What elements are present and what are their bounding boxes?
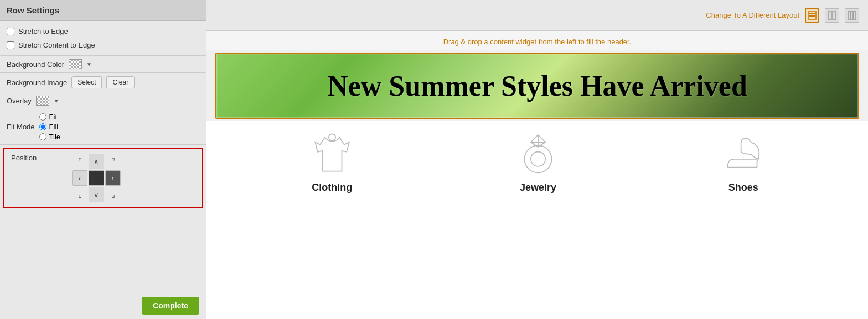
- layout-three-col[interactable]: [845, 8, 859, 23]
- overlay-dropdown[interactable]: ▼: [54, 98, 59, 104]
- category-jewelry[interactable]: Jewelry: [519, 132, 557, 194]
- bg-color-row: Background Color ▼: [0, 55, 206, 73]
- fit-radio[interactable]: [39, 113, 46, 121]
- panel-title: Row Settings: [0, 0, 206, 21]
- svg-rect-1: [809, 13, 815, 14]
- pos-bottom-left[interactable]: ⌞: [72, 187, 87, 202]
- pos-center[interactable]: [89, 170, 104, 186]
- svg-rect-8: [854, 12, 856, 19]
- position-label: Position: [11, 154, 42, 162]
- svg-point-9: [329, 134, 335, 140]
- tile-label: Tile: [49, 133, 60, 141]
- svg-rect-5: [833, 12, 836, 19]
- tile-radio[interactable]: [39, 133, 46, 140]
- stretch-content-label: Stretch Content to Edge: [18, 41, 95, 49]
- change-layout-label: Change To A Different Layout: [706, 11, 799, 19]
- layout-single-col[interactable]: [805, 8, 819, 23]
- jewelry-icon: [519, 132, 557, 176]
- pos-left[interactable]: ‹: [72, 170, 87, 186]
- fit-option-row: Fit: [39, 113, 60, 121]
- svg-point-11: [531, 152, 545, 166]
- banner-text: New Summer Styles Have Arrived: [327, 70, 747, 102]
- position-grid: ⌜ ∧ ⌝ ‹ › ⌞ ∨ ⌟: [72, 154, 122, 202]
- drag-drop-hint: Drag & drop a content widget from the le…: [206, 31, 868, 50]
- complete-btn-row: Complete: [0, 292, 206, 319]
- tile-option-row: Tile: [39, 133, 60, 141]
- bg-color-dropdown[interactable]: ▼: [86, 61, 92, 67]
- category-shoes-label: Shoes: [728, 182, 758, 194]
- fill-radio[interactable]: [39, 123, 46, 130]
- svg-rect-4: [828, 12, 831, 19]
- category-jewelry-label: Jewelry: [520, 182, 556, 194]
- banner-area: New Summer Styles Have Arrived: [215, 53, 859, 119]
- fit-label: Fit: [49, 113, 57, 121]
- layout-two-col[interactable]: [825, 8, 839, 23]
- fit-mode-label: Fit Mode: [7, 123, 35, 131]
- main-area: Change To A Different Layout Drag & drop…: [206, 0, 868, 319]
- stretch-content-checkbox[interactable]: [7, 41, 14, 49]
- category-row: Clothing Jewelry: [206, 121, 868, 194]
- pos-bottom-right[interactable]: ⌟: [105, 187, 121, 202]
- pos-down[interactable]: ∨: [89, 187, 104, 202]
- bg-color-swatch[interactable]: [69, 59, 82, 69]
- bg-image-label: Background Image: [7, 79, 67, 87]
- overlay-label: Overlay: [7, 97, 32, 105]
- overlay-swatch[interactable]: [36, 96, 49, 106]
- stretch-to-edge-checkbox[interactable]: [7, 28, 14, 35]
- overlay-row: Overlay ▼: [0, 92, 206, 109]
- clear-button[interactable]: Clear: [106, 76, 135, 88]
- pos-center-dot: [92, 174, 101, 182]
- category-shoes[interactable]: Shoes: [724, 132, 763, 194]
- fill-label: Fill: [49, 123, 59, 131]
- svg-rect-6: [848, 12, 850, 19]
- clothing-icon: [313, 132, 352, 176]
- svg-point-10: [524, 145, 551, 172]
- content-main: Clothing Jewelry: [206, 121, 868, 319]
- fit-mode-row: Fit Mode Fit Fill Tile: [0, 109, 206, 145]
- top-bar: Change To A Different Layout: [206, 0, 868, 31]
- pos-up[interactable]: ∧: [89, 154, 104, 169]
- svg-rect-2: [809, 15, 815, 17]
- stretch-to-edge-row: Stretch to Edge: [7, 24, 199, 38]
- pos-top-right[interactable]: ⌝: [105, 154, 121, 169]
- stretch-to-edge-label: Stretch to Edge: [18, 27, 68, 35]
- bg-color-label: Background Color: [7, 60, 64, 69]
- svg-rect-3: [809, 18, 815, 18]
- svg-rect-7: [851, 12, 853, 19]
- fit-mode-options: Fit Fill Tile: [39, 113, 60, 141]
- shoes-icon: [724, 132, 763, 176]
- fill-option-row: Fill: [39, 123, 60, 131]
- category-clothing[interactable]: Clothing: [312, 132, 352, 194]
- bg-image-row: Background Image Select Clear: [0, 73, 206, 92]
- left-panel: Row Settings Stretch to Edge Stretch Con…: [0, 0, 206, 319]
- stretch-content-row: Stretch Content to Edge: [7, 38, 199, 52]
- stretch-settings: Stretch to Edge Stretch Content to Edge: [0, 21, 206, 55]
- pos-top-left[interactable]: ⌜: [72, 154, 87, 169]
- position-section: Position ⌜ ∧ ⌝ ‹ › ⌞ ∨ ⌟: [3, 148, 203, 208]
- pos-right[interactable]: ›: [105, 170, 121, 186]
- complete-button[interactable]: Complete: [142, 297, 199, 315]
- select-button[interactable]: Select: [71, 76, 102, 88]
- category-clothing-label: Clothing: [312, 182, 352, 194]
